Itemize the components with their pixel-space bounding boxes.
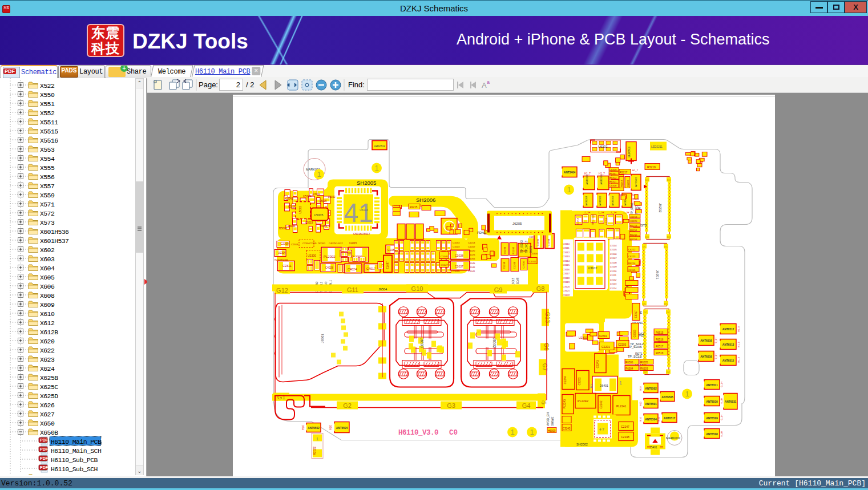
svg-text:C2252: C2252 — [578, 377, 581, 385]
svg-text:C2242: C2242 — [600, 400, 603, 408]
svg-text:A: A — [482, 81, 487, 90]
svg-text:H1_7: H1_7 — [632, 169, 639, 172]
svg-text:C4017: C4017 — [366, 267, 376, 270]
svg-text:PDF: PDF — [40, 456, 49, 460]
svg-text:DC: DC — [643, 245, 646, 248]
svg-text:X610: X610 — [40, 310, 55, 318]
svg-text:H6110_V3.0: H6110_V3.0 — [398, 429, 438, 437]
svg-text:DC: DC — [645, 179, 649, 181]
svg-text:C3118: C3118 — [563, 277, 570, 280]
svg-text:H1_7: H1_7 — [584, 172, 591, 175]
svg-text:X650: X650 — [40, 420, 55, 427]
svg-text:PL2243: PL2243 — [563, 399, 566, 409]
svg-text:C5003: C5003 — [320, 225, 328, 228]
svg-text:L3109: L3109 — [610, 265, 617, 268]
svg-text:X609: X609 — [40, 301, 55, 309]
svg-text:C2247: C2247 — [621, 425, 629, 428]
svg-text:H1_0: H1_0 — [737, 341, 740, 347]
svg-text:C1002: C1002 — [468, 245, 475, 248]
svg-text:X522: X522 — [40, 82, 55, 90]
svg-text:1: 1 — [374, 164, 378, 172]
svg-text:Z_1H: Z_1H — [623, 211, 629, 214]
svg-text:Z_1H: Z_1H — [611, 211, 616, 214]
svg-text:L5032: L5032 — [328, 196, 336, 199]
svg-text:X555: X555 — [40, 164, 55, 172]
svg-text:ANT6512: ANT6512 — [722, 328, 734, 331]
svg-text:X557: X557 — [40, 183, 54, 190]
svg-text:ANT6509: ANT6509 — [706, 417, 718, 420]
svg-text:X608: X608 — [40, 292, 55, 299]
svg-text:C6218: C6218 — [630, 216, 637, 218]
svg-text:4-7: 4-7 — [599, 428, 604, 431]
svg-text:1: 1 — [316, 436, 319, 442]
svg-text:G3: G3 — [447, 402, 455, 409]
svg-text:G13: G13 — [544, 312, 551, 323]
svg-text:R6213: R6213 — [630, 224, 637, 227]
svg-text:R2217: R2217 — [620, 171, 628, 174]
svg-text:ANT6505: ANT6505 — [661, 396, 673, 399]
svg-text:R6321: R6321 — [609, 180, 617, 183]
svg-text:DC: DC — [643, 302, 646, 305]
svg-text:C3218: C3218 — [576, 217, 579, 225]
svg-text:L3104: L3104 — [610, 244, 617, 247]
svg-text:SWWE: SWWE — [551, 416, 554, 426]
svg-text:R6516: R6516 — [656, 338, 664, 341]
svg-text:L3105: L3105 — [610, 248, 617, 251]
svg-text:C3112: C3112 — [563, 251, 570, 254]
svg-text:ANT6510: ANT6510 — [706, 400, 718, 403]
svg-text:H1_7: H1_7 — [599, 172, 605, 175]
svg-text:C1038: C1038 — [455, 254, 463, 257]
svg-text:J6502: J6502 — [492, 338, 496, 348]
svg-text:X605: X605 — [40, 274, 55, 281]
svg-text:R2185: R2185 — [512, 246, 515, 254]
svg-text:H6110_Main_PCB: H6110_Main_PCB — [51, 438, 102, 446]
svg-text:U5002: U5002 — [299, 206, 302, 214]
svg-text:R6214: R6214 — [628, 262, 636, 265]
svg-text:TP_SDA3: TP_SDA3 — [520, 240, 523, 253]
svg-text:X626: X626 — [40, 402, 55, 409]
svg-text:SH2005: SH2005 — [357, 180, 376, 186]
svg-text:0_1H: 0_1H — [720, 415, 723, 420]
svg-text:L5015: L5015 — [320, 200, 327, 203]
svg-text:L3114: L3114 — [610, 287, 617, 290]
svg-text:1: 1 — [317, 170, 321, 179]
svg-text:ANT6501: ANT6501 — [645, 403, 657, 406]
svg-text:X624: X624 — [40, 365, 55, 372]
svg-text:G11: G11 — [347, 286, 358, 293]
svg-text:H1_0: H1_0 — [737, 326, 740, 331]
svg-text:ANT6302: ANT6302 — [611, 196, 614, 206]
svg-text:C5016C5017: C5016C5017 — [353, 232, 370, 236]
svg-text:L3154: L3154 — [605, 218, 608, 225]
svg-text:ANT6513: ANT6513 — [722, 343, 734, 346]
svg-text:H1_0: H1_0 — [737, 357, 740, 362]
svg-text:D6401: D6401 — [600, 384, 608, 387]
svg-text:U5004: U5004 — [303, 195, 312, 198]
svg-text:L3107: L3107 — [610, 257, 617, 260]
svg-text:C6311: C6311 — [529, 260, 536, 263]
svg-text:G1: G1 — [277, 394, 286, 400]
svg-text:L3111: L3111 — [610, 274, 617, 277]
svg-text:C6223: C6223 — [628, 255, 636, 258]
svg-text:C4024: C4024 — [348, 268, 357, 271]
svg-text:R6361: R6361 — [609, 172, 617, 175]
svg-text:H6009: H6009 — [548, 430, 556, 432]
svg-text:C5005: C5005 — [288, 205, 296, 208]
svg-text:C6208: C6208 — [503, 246, 506, 254]
svg-text:R6504: R6504 — [625, 367, 633, 370]
svg-text:L3113: L3113 — [610, 282, 617, 285]
svg-text:R6515: R6515 — [656, 331, 664, 334]
svg-text:C2205: C2205 — [618, 343, 626, 346]
svg-text:G12: G12 — [276, 287, 288, 294]
svg-text:C0: C0 — [449, 429, 458, 437]
svg-text:ANT6304: ANT6304 — [585, 196, 588, 206]
svg-text:PDF: PDF — [40, 438, 49, 442]
svg-text:R6506: R6506 — [625, 361, 633, 364]
svg-text:G6: G6 — [543, 343, 550, 351]
svg-text:C2303: C2303 — [291, 243, 298, 246]
svg-text:H10: H10 — [329, 425, 332, 430]
svg-text:TP_SCLB: TP_SCLB — [628, 355, 642, 358]
svg-text:R6252: R6252 — [630, 233, 637, 236]
svg-text:SH2006: SH2006 — [416, 197, 435, 203]
svg-text:C2209: C2209 — [513, 261, 516, 269]
svg-text:L3112: L3112 — [610, 278, 617, 281]
